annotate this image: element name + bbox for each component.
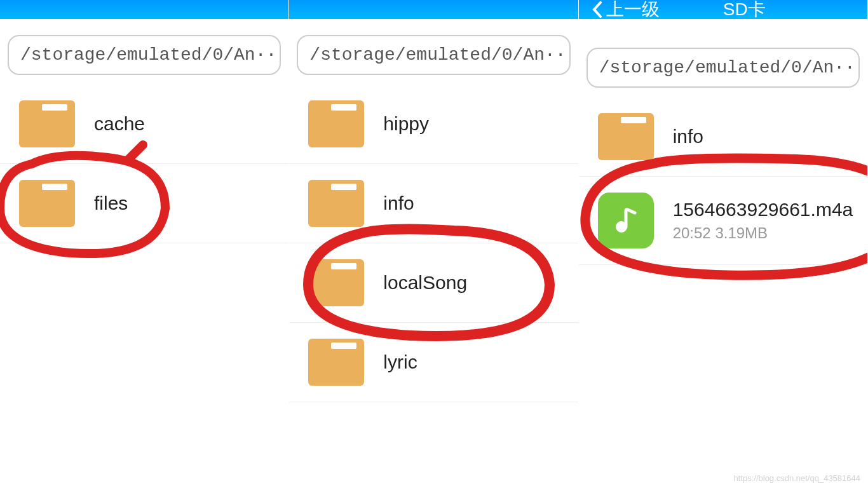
item-label: files [94,193,128,214]
item-label: hippy [383,113,429,135]
panel-header [0,0,288,19]
folder-icon [308,339,364,386]
file-panel-1: /storage/emulated/0/An·· cache files [0,0,289,488]
list-item[interactable]: hippy [289,85,578,164]
file-list: hippy info localSong lyric [289,85,578,488]
item-label: info [383,193,414,214]
path-input[interactable]: /storage/emulated/0/An·· [8,35,281,75]
panel-header [289,0,578,19]
music-file-icon [598,193,654,248]
item-meta: 20:52 3.19MB [673,224,853,242]
chevron-left-icon [592,1,603,18]
back-label: 上一级 [606,0,660,22]
folder-icon [19,180,75,227]
header-title: SD卡 [723,0,766,22]
file-list: cache files [0,85,288,488]
list-item[interactable]: lyric [289,323,578,402]
list-item[interactable]: 1564663929661.m4a 20:52 3.19MB [579,177,867,265]
item-label: 1564663929661.m4a [673,199,853,220]
watermark: https://blog.csdn.net/qq_43581644 [734,473,861,483]
list-item[interactable]: localSong [289,243,578,323]
item-label: cache [94,113,145,135]
path-input[interactable]: /storage/emulated/0/An···karaoke/files/l… [587,48,860,88]
file-list: info 1564663929661.m4a 20:52 3.19MB [579,97,867,488]
music-note-icon [612,207,640,234]
folder-icon [308,259,364,306]
list-item[interactable]: info [579,97,867,177]
folder-icon [19,100,75,147]
list-item[interactable]: cache [0,85,288,164]
folder-icon [308,180,364,227]
path-input[interactable]: /storage/emulated/0/An···m.tencen [297,35,570,75]
item-label: lyric [383,351,417,373]
folder-icon [598,113,654,160]
file-panel-3: 上一级 SD卡 /storage/emulated/0/An···karaoke… [579,0,868,488]
list-item[interactable]: info [289,164,578,243]
folder-icon [308,100,364,147]
file-panel-2: /storage/emulated/0/An···m.tencen hippy … [289,0,578,488]
back-button[interactable]: 上一级 [592,0,660,22]
item-label: localSong [383,272,467,294]
item-label: info [673,126,703,147]
panel-header: 上一级 SD卡 [579,0,867,19]
list-item[interactable]: files [0,164,288,243]
